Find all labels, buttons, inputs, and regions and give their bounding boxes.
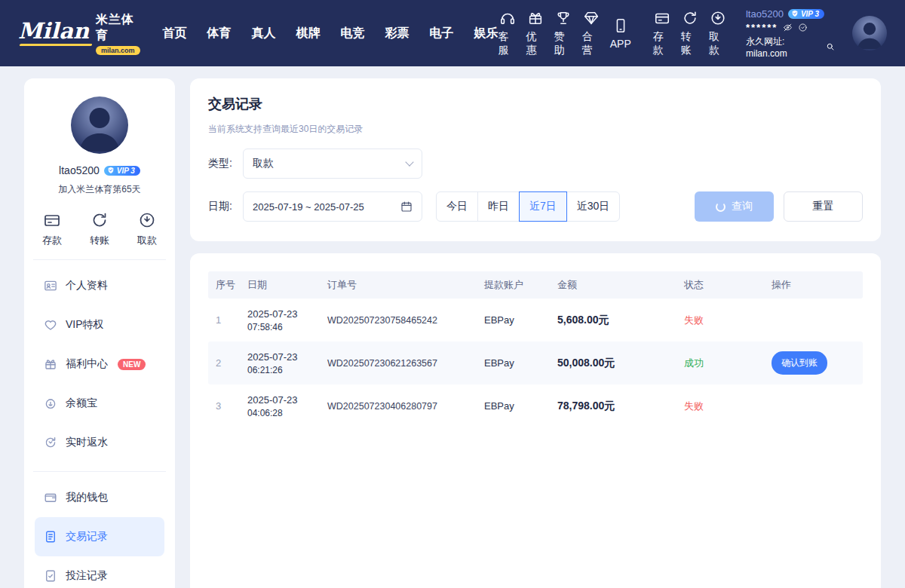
brand-cn: 米兰体育 xyxy=(96,12,140,44)
row-date: 2025-07-23 xyxy=(247,351,327,363)
date-range-input[interactable]: 2025-07-19 ~ 2025-07-25 xyxy=(243,191,422,222)
row-order-number: WD202507230621263567 xyxy=(327,358,484,369)
nav-sports[interactable]: 体育 xyxy=(207,26,232,41)
brand-logo[interactable]: Milan 米兰体育 milan.com xyxy=(18,12,140,55)
brand-text: 米兰体育 milan.com xyxy=(96,12,140,55)
date-range-value: 2025-07-19 ~ 2025-07-25 xyxy=(253,201,364,213)
nav-live-casino[interactable]: 真人 xyxy=(252,26,276,41)
calendar-icon xyxy=(400,201,413,213)
sidebar-item-benefits[interactable]: 福利中心 NEW xyxy=(35,345,164,384)
range-today-button[interactable]: 今日 xyxy=(436,191,478,222)
quick-range-group: 今日 昨日 近7日 近30日 xyxy=(436,191,620,222)
nav-entertainment[interactable]: 娱乐 xyxy=(474,26,499,41)
sidebar-wallet-actions: 存款 转账 取款 xyxy=(35,196,164,259)
sidebar-item-bets[interactable]: 投注记录 xyxy=(35,556,164,588)
sidebar-withdraw-button[interactable]: 取款 xyxy=(137,211,157,247)
eye-off-icon[interactable] xyxy=(783,23,793,32)
row-datetime: 2025-07-23 06:21:26 xyxy=(247,351,327,375)
sidebar-transfer-label: 转账 xyxy=(90,234,109,247)
masked-balance: ****** xyxy=(746,22,778,33)
transfer-button[interactable]: 转账 xyxy=(681,10,699,57)
sidebar-item-label: 交易记录 xyxy=(66,530,108,544)
col-header-action: 操作 xyxy=(772,278,863,292)
table-row: 2 2025-07-23 06:21:26 WD2025072306212635… xyxy=(208,341,863,384)
magnifier-icon[interactable] xyxy=(826,42,835,51)
refresh-balance-icon[interactable] xyxy=(798,23,808,32)
deposit-icon xyxy=(654,10,670,26)
row-datetime: 2025-07-23 07:58:46 xyxy=(247,308,327,332)
headset-icon xyxy=(499,10,516,26)
sidebar-item-yuebao[interactable]: 余额宝 xyxy=(35,384,164,423)
range-7days-button[interactable]: 近7日 xyxy=(519,191,567,222)
col-header-order: 订单号 xyxy=(327,278,484,292)
deposit-button[interactable]: 存款 xyxy=(653,10,671,57)
username[interactable]: ltao5200 xyxy=(746,8,784,20)
piggy-bank-icon xyxy=(44,397,57,410)
sidebar-item-profile[interactable]: 个人资料 xyxy=(35,266,164,305)
sidebar-item-vip[interactable]: VIP特权 xyxy=(35,305,164,345)
range-30days-button[interactable]: 近30日 xyxy=(566,191,621,222)
row-amount: 78,798.00元 xyxy=(557,400,684,413)
row-index: 1 xyxy=(208,314,247,326)
transfer-icon xyxy=(90,211,109,229)
search-button[interactable]: 查询 xyxy=(695,191,774,222)
row-account: EBPay xyxy=(484,400,557,412)
sidebar-item-wallet[interactable]: 我的钱包 xyxy=(35,478,164,517)
wallet-icon xyxy=(44,491,57,504)
range-yesterday-button[interactable]: 昨日 xyxy=(477,191,520,222)
col-header-amount: 金额 xyxy=(557,278,684,292)
profile-vip-badge: VIP 3 xyxy=(104,166,140,176)
permanent-url: 永久网址: milan.com xyxy=(746,35,823,59)
sidebar-item-transactions[interactable]: 交易记录 xyxy=(35,517,164,556)
brand-domain: milan.com xyxy=(96,46,140,55)
support-button[interactable]: 客服 xyxy=(499,10,517,57)
confirm-receipt-button[interactable]: 确认到账 xyxy=(772,351,827,375)
withdraw-label: 取款 xyxy=(709,30,727,57)
support-label: 客服 xyxy=(499,30,517,57)
app-label: APP xyxy=(610,38,631,50)
reset-button[interactable]: 重置 xyxy=(784,191,863,222)
row-time: 07:58:46 xyxy=(247,322,327,332)
col-header-date: 日期 xyxy=(247,278,327,292)
sidebar-item-rebate[interactable]: 实时返水 xyxy=(35,423,164,462)
type-select[interactable]: 取款 xyxy=(243,149,422,179)
nav-chess[interactable]: 棋牌 xyxy=(296,26,321,41)
nav-lottery[interactable]: 彩票 xyxy=(385,26,410,41)
table-row: 1 2025-07-23 07:58:46 WD2025072307584652… xyxy=(208,299,863,341)
sidebar-item-label: 余额宝 xyxy=(66,397,97,410)
row-amount: 5,608.00元 xyxy=(557,314,684,327)
partner-button[interactable]: 合营 xyxy=(582,10,600,57)
row-action: 确认到账 xyxy=(772,351,863,375)
withdraw-button[interactable]: 取款 xyxy=(709,10,727,57)
row-amount: 50,008.00元 xyxy=(557,357,684,370)
nav-home[interactable]: 首页 xyxy=(163,26,187,41)
sidebar-item-label: 实时返水 xyxy=(66,436,108,449)
sidebar-withdraw-label: 取款 xyxy=(137,234,157,247)
row-status: 失败 xyxy=(684,314,772,327)
table-row: 3 2025-07-23 04:06:28 WD2025072304062807… xyxy=(208,384,863,427)
rebate-icon xyxy=(44,436,57,449)
sponsor-label: 赞助 xyxy=(554,30,572,57)
gift-icon xyxy=(527,10,544,26)
row-index: 3 xyxy=(208,400,247,412)
page-title: 交易记录 xyxy=(208,95,863,113)
brand-script: Milan xyxy=(18,20,89,46)
nav-esports[interactable]: 电竞 xyxy=(341,26,365,41)
reset-button-label: 重置 xyxy=(813,200,834,213)
col-header-account: 提款账户 xyxy=(484,278,557,292)
nav-slots[interactable]: 电子 xyxy=(430,26,454,41)
sidebar-item-label: VIP特权 xyxy=(66,318,104,332)
user-avatar[interactable] xyxy=(852,16,887,51)
diamond-icon xyxy=(583,10,600,26)
col-header-index: 序号 xyxy=(208,278,247,292)
sidebar-deposit-button[interactable]: 存款 xyxy=(42,211,62,247)
sponsor-button[interactable]: 赞助 xyxy=(554,10,572,57)
vip-level: VIP 3 xyxy=(801,10,819,18)
partner-label: 合营 xyxy=(582,30,600,57)
row-date: 2025-07-23 xyxy=(247,308,327,320)
profile-avatar[interactable] xyxy=(71,96,128,154)
promo-button[interactable]: 优惠 xyxy=(526,10,545,57)
user-info: ltao5200 VIP 3 ****** 永久网址: milan.com xyxy=(746,8,835,59)
sidebar-transfer-button[interactable]: 转账 xyxy=(90,211,109,247)
app-button[interactable]: APP xyxy=(610,17,631,50)
